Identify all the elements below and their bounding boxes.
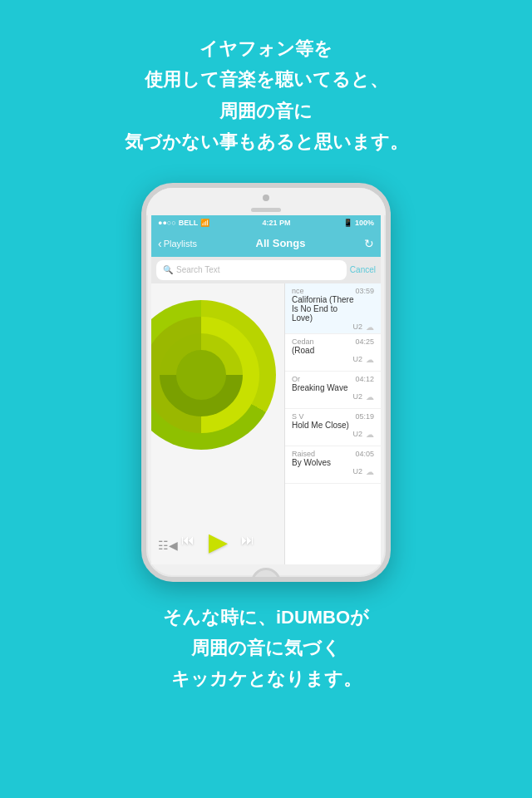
phone-camera — [263, 195, 269, 201]
volume-icon[interactable]: ☷◀ — [158, 539, 178, 552]
phone-top-bar — [146, 188, 386, 215]
status-right: 📱 100% — [343, 219, 374, 227]
back-label: Playlists — [164, 239, 197, 249]
signal-indicator: ●●○○ — [158, 219, 176, 227]
status-left: ●●○○ BELL 📶 — [158, 219, 209, 227]
phone-wrapper: ●●○○ BELL 📶 4:21 PM 📱 100% ‹ Playlists A… — [0, 183, 532, 582]
prev-button[interactable]: ⏮ — [181, 533, 195, 548]
song-sub: Cedan — [292, 337, 355, 346]
search-icon: 🔍 — [163, 265, 173, 274]
wifi-icon: 📶 — [200, 219, 209, 227]
cloud-icon: ☁ — [366, 323, 374, 332]
album-art-inner-ring — [160, 333, 243, 416]
song-artist: U2 — [352, 467, 362, 475]
home-button[interactable] — [251, 568, 281, 582]
song-time: 04:05 — [355, 450, 374, 458]
cloud-icon: ☁ — [366, 392, 374, 401]
nav-bar: ‹ Playlists All Songs ↻ — [151, 230, 381, 257]
song-sub: Raised — [292, 450, 355, 458]
song-title: (Road — [292, 346, 355, 355]
cloud-icon: ☁ — [366, 430, 374, 439]
song-time: 04:25 — [355, 337, 374, 346]
list-item[interactable]: Or Breaking Wave 04:12 U2 ☁ — [285, 372, 381, 409]
search-bar: 🔍 Search Text Cancel — [151, 257, 381, 283]
song-sub: S V — [292, 412, 355, 421]
cloud-icon: ☁ — [366, 467, 374, 476]
top-line1: イヤフォン等を — [50, 33, 482, 64]
song-artist: U2 — [352, 392, 362, 401]
search-field[interactable]: 🔍 Search Text — [156, 260, 347, 280]
top-line4: 気づかない事もあると思います。 — [50, 126, 482, 157]
nav-title: All Songs — [256, 237, 306, 249]
bottom-line1: そんな時に、iDUMBOが — [50, 602, 482, 633]
top-line2: 使用して音楽を聴いてると、 — [50, 64, 482, 95]
status-bar: ●●○○ BELL 📶 4:21 PM 📱 100% — [151, 215, 381, 230]
back-button[interactable]: ‹ Playlists — [158, 237, 197, 250]
play-button[interactable]: ▶ — [209, 528, 228, 555]
top-line3: 周囲の音に — [50, 96, 482, 126]
album-art-core — [176, 350, 226, 400]
next-button[interactable]: ⏭ — [241, 533, 254, 548]
album-art-middle-ring — [151, 317, 259, 433]
bottom-line3: キッカケとなります。 — [50, 663, 482, 694]
chevron-left-icon: ‹ — [158, 237, 162, 250]
song-time: 04:12 — [355, 375, 374, 383]
list-item[interactable]: S V Hold Me Close) 05:19 U2 ☁ — [285, 409, 381, 446]
phone-speaker — [251, 208, 281, 212]
player-area: ⏮ ⏭ ▶ ☷◀ — [151, 283, 284, 564]
song-artist: U2 — [352, 355, 362, 363]
phone-screen: ●●○○ BELL 📶 4:21 PM 📱 100% ‹ Playlists A… — [151, 215, 381, 564]
bottom-description: そんな時に、iDUMBOが 周囲の音に気づく キッカケとなります。 — [0, 582, 532, 712]
phone: ●●○○ BELL 📶 4:21 PM 📱 100% ‹ Playlists A… — [141, 183, 391, 582]
list-item[interactable]: nce California (There Is No End to Love)… — [285, 283, 381, 334]
cloud-icon: ☁ — [366, 355, 374, 364]
album-art-outer-ring — [151, 300, 276, 450]
song-title: By Wolves — [292, 458, 355, 467]
cancel-button[interactable]: Cancel — [350, 265, 376, 274]
song-title: Hold Me Close) — [292, 421, 355, 430]
list-item[interactable]: Raised By Wolves 04:05 U2 ☁ — [285, 446, 381, 484]
song-title: Breaking Wave — [292, 383, 355, 392]
song-sub: nce — [292, 287, 355, 295]
song-list: nce California (There Is No End to Love)… — [284, 283, 381, 564]
list-item[interactable]: Cedan (Road 04:25 U2 ☁ — [285, 334, 381, 372]
split-area: ⏮ ⏭ ▶ ☷◀ nce C — [151, 283, 381, 564]
search-placeholder: Search Text — [176, 265, 220, 274]
song-artist: U2 — [352, 323, 362, 331]
song-time: 05:19 — [355, 412, 374, 421]
top-description: イヤフォン等を 使用して音楽を聴いてると、 周囲の音に 気づかない事もあると思い… — [0, 0, 532, 175]
song-artist: U2 — [352, 430, 362, 438]
battery-label: 100% — [355, 219, 374, 227]
repeat-button[interactable]: ↻ — [364, 237, 374, 250]
song-title: California (There Is No End to Love) — [292, 295, 355, 323]
status-time: 4:21 PM — [263, 219, 291, 227]
bluetooth-icon: 📱 — [343, 219, 352, 227]
song-time: 03:59 — [355, 287, 374, 295]
song-sub: Or — [292, 375, 355, 383]
carrier-label: BELL — [179, 219, 199, 227]
bottom-line2: 周囲の音に気づく — [50, 633, 482, 663]
